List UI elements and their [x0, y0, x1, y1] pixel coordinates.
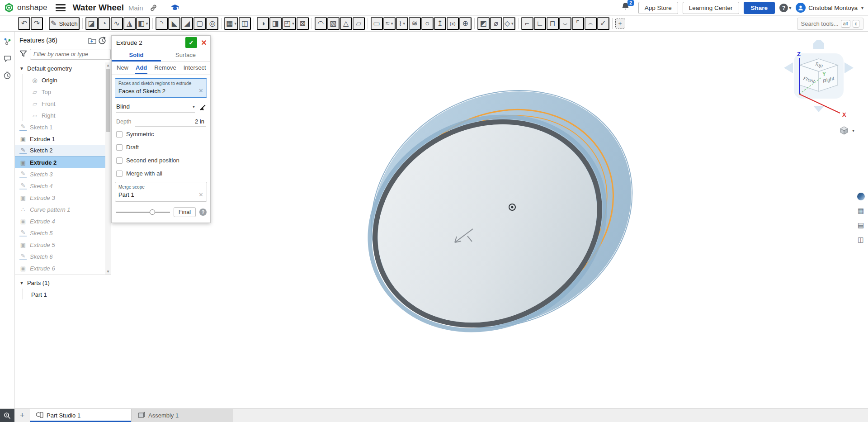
appearance-panel-icon[interactable]: ◫	[855, 234, 866, 245]
helix-button[interactable]: ≋	[409, 17, 421, 30]
move-face-button[interactable]: △	[340, 17, 352, 30]
checkbox-symmetric[interactable]: Symmetric	[112, 128, 210, 141]
learning-mode-icon[interactable]	[169, 2, 181, 14]
clear-selection-icon[interactable]: ✕	[198, 87, 203, 94]
new-folder-icon[interactable]	[87, 35, 97, 45]
sheet-metal-finish-button[interactable]: ✓	[597, 17, 609, 30]
feature-extrude-4[interactable]: ▣Extrude 4	[15, 215, 105, 227]
preview-slider-thumb[interactable]	[150, 209, 155, 215]
sheet-metal-model-button[interactable]: ⌐	[521, 17, 533, 30]
section-view-icon[interactable]: ▤	[855, 220, 866, 231]
feature-extrude-3[interactable]: ▣Extrude 3	[15, 192, 105, 204]
tab-assembly-1[interactable]: Assembly 1	[132, 409, 233, 422]
feature-extrude-5[interactable]: ▣Extrude 5	[15, 239, 105, 251]
checkbox-box[interactable]	[116, 131, 123, 138]
flange-button[interactable]: ∟	[534, 17, 546, 30]
feature-sketch-1[interactable]: ✎Sketch 1	[15, 121, 105, 133]
composite-curve-button[interactable]: ≀▾	[396, 17, 408, 30]
dialog-tab-surface[interactable]: Surface	[161, 49, 210, 61]
model-canvas[interactable]	[111, 32, 868, 408]
feature-default-geometry[interactable]: ▼Default geometry	[15, 62, 105, 74]
document-title[interactable]: Water Wheel	[73, 3, 124, 13]
search-tools-input[interactable]: Search tools... alt c	[797, 18, 863, 30]
mirror-button[interactable]: ◫	[239, 17, 251, 30]
flip-direction-button[interactable]	[195, 104, 207, 112]
feature-sketch-2[interactable]: ✎Sketch 2	[15, 145, 105, 156]
checkbox-box[interactable]	[116, 171, 123, 177]
feature-extrude-6[interactable]: ▣Extrude 6	[15, 262, 105, 274]
feature-extrude-2[interactable]: ▣Extrude 2	[15, 156, 105, 168]
final-preview-button[interactable]: Final	[174, 207, 196, 217]
feature-sketch-3[interactable]: ✎Sketch 3	[15, 168, 105, 180]
thicken-button[interactable]: ◧▾	[136, 17, 150, 30]
app-store-button[interactable]: App Store	[638, 2, 678, 14]
checkbox-merge-with-all[interactable]: Merge with all	[112, 167, 210, 180]
checkbox-second-end-position[interactable]: Second end position	[112, 154, 210, 167]
bend-button[interactable]: ⌣	[559, 17, 571, 30]
feature-top[interactable]: ▱Top	[15, 86, 105, 98]
sweep-button[interactable]: ∿	[111, 17, 123, 30]
boolean-button[interactable]: ◑	[257, 17, 269, 30]
sketch-button[interactable]: ✎Sketch	[49, 17, 80, 30]
extrude-button[interactable]: ◪	[85, 17, 98, 30]
split-part-button[interactable]: ◩	[477, 17, 490, 30]
dialog-help-icon[interactable]: ?	[199, 209, 207, 216]
tree-scrollbar[interactable]: ▲ ▼	[105, 62, 111, 275]
hole-button[interactable]: ◎	[206, 17, 218, 30]
offset-surface-button[interactable]: ▱	[353, 17, 365, 30]
fillet-button[interactable]: ◝	[156, 17, 168, 30]
user-menu[interactable]: Cristobal Montoya ▾	[796, 3, 863, 13]
redo-button[interactable]: ↷	[31, 17, 43, 30]
preview-slider[interactable]	[116, 209, 170, 215]
measure-button[interactable]: ⌀	[490, 17, 502, 30]
depth-input[interactable]: 2 in	[135, 117, 206, 127]
checkbox-draft[interactable]: Draft	[112, 141, 210, 154]
revolve-button[interactable]: ◔	[98, 17, 110, 30]
share-button[interactable]: Share	[744, 2, 775, 14]
checkbox-box[interactable]	[116, 144, 123, 151]
add-tab-button[interactable]: +	[14, 409, 30, 422]
hem-button[interactable]: ⌢	[585, 17, 597, 30]
cancel-button[interactable]: ✕	[199, 37, 208, 48]
transform-button[interactable]: ◰▾	[282, 17, 296, 30]
confirm-button[interactable]: ✓	[185, 37, 197, 48]
feature-sketch-5[interactable]: ✎Sketch 5	[15, 227, 105, 239]
onshape-logo[interactable]: onshape	[4, 2, 47, 13]
graphics-area[interactable]: Extrude 2 ✓ ✕ SolidSurface NewAddRemoveI…	[111, 32, 868, 408]
feature-origin[interactable]: ◎Origin	[15, 74, 105, 86]
feature-sketch-6[interactable]: ✎Sketch 6	[15, 251, 105, 262]
plane-button[interactable]: ▭	[371, 17, 383, 30]
boolean-mode-remove[interactable]: Remove	[154, 62, 176, 74]
view-cube[interactable]: Top Front Right Z X Y	[776, 40, 862, 120]
chevron-down-icon[interactable]: ▼	[19, 66, 24, 71]
feature-curve-pattern-1[interactable]: ∴Curve pattern 1	[15, 204, 105, 215]
undo-button[interactable]: ↶	[18, 17, 30, 30]
linear-pattern-button[interactable]: ▦▾	[224, 17, 238, 30]
history-icon[interactable]	[2, 71, 12, 81]
delete-part-button[interactable]: ⊠	[297, 17, 309, 30]
chamfer-button[interactable]: ◣	[168, 17, 180, 30]
tab-button[interactable]: ⊓	[547, 17, 559, 30]
view-menu-button[interactable]: ▾	[839, 126, 854, 135]
rollback-history-icon[interactable]	[97, 35, 107, 45]
feature-right[interactable]: ▱Right	[15, 109, 105, 121]
named-views-button[interactable]: ◇▾	[503, 17, 515, 30]
notifications-button[interactable]: 2	[621, 2, 634, 14]
feature-front[interactable]: ▱Front	[15, 98, 105, 109]
learning-center-button[interactable]: Learning Center	[683, 2, 739, 14]
select-region-button[interactable]: +	[615, 19, 625, 28]
feature-extrude-1[interactable]: ▣Extrude 1	[15, 133, 105, 145]
import-button[interactable]: ↥	[434, 17, 446, 30]
curve-button[interactable]: ≈▾	[383, 17, 396, 30]
main-menu-icon[interactable]	[56, 4, 66, 11]
end-condition-select[interactable]: Blind ▾	[116, 103, 195, 113]
parts-section-header[interactable]: ▼ Parts (1)	[15, 277, 111, 289]
checkbox-box[interactable]	[116, 157, 123, 164]
loft-button[interactable]: ◮	[123, 17, 136, 30]
tab-part-studio-1[interactable]: Part Studio 1	[30, 409, 132, 422]
draft-button[interactable]: ◢	[181, 17, 193, 30]
comments-icon[interactable]	[2, 53, 12, 63]
part-item-part-1[interactable]: Part 1	[15, 289, 111, 300]
search-graphics-button[interactable]	[0, 409, 14, 422]
filter-icon[interactable]	[19, 50, 27, 58]
